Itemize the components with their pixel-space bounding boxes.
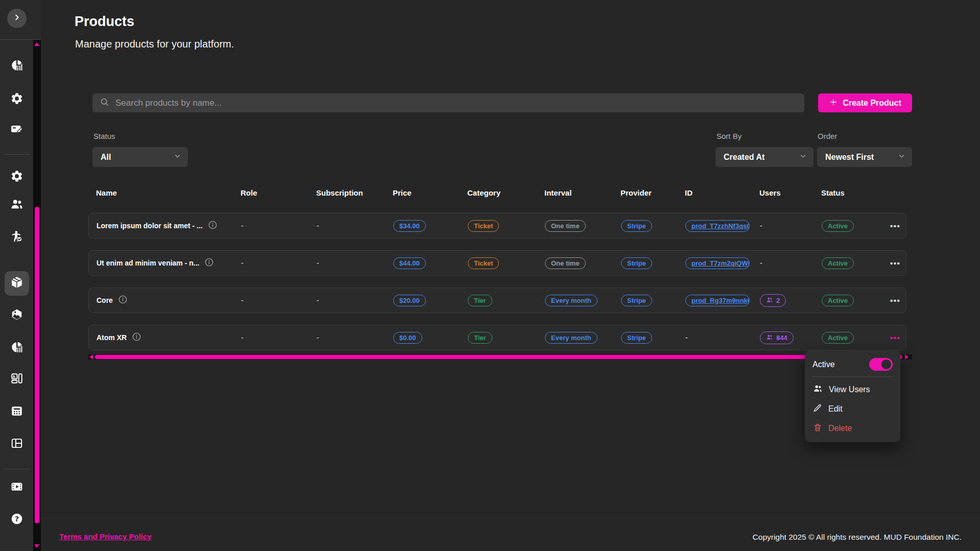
row-actions-button[interactable]: ••• xyxy=(890,296,900,305)
users-count-badge[interactable]: 2 xyxy=(760,294,786,307)
chevron-down-icon xyxy=(799,152,807,162)
row-actions-button-open[interactable]: ••• xyxy=(890,333,900,342)
page-subtitle: Manage products for your platform. xyxy=(75,38,234,50)
search-input[interactable] xyxy=(109,98,804,108)
product-name: Lorem ipsum dolor sit amet - ... xyxy=(97,222,203,230)
product-name: Ut enim ad minim veniam - n... xyxy=(97,259,199,267)
create-product-button[interactable]: Create Product xyxy=(818,93,912,112)
vertical-scrollbar[interactable] xyxy=(33,40,41,551)
subscription-value: - xyxy=(317,296,393,304)
menu-item-edit[interactable]: Edit xyxy=(805,399,900,419)
menu-item-label: Delete xyxy=(828,424,852,433)
sidebar-item-tables[interactable] xyxy=(7,402,27,422)
sort-by-value: Created At xyxy=(724,153,764,162)
sidebar-item-settings[interactable] xyxy=(7,89,27,110)
status-badge: Active xyxy=(822,295,854,306)
provider-badge: Stripe xyxy=(621,257,652,269)
sort-by-label: Sort By xyxy=(716,132,742,140)
category-badge: Ticket xyxy=(468,257,499,269)
scroll-up-arrow-icon[interactable] xyxy=(34,42,39,46)
sidebar-item-users[interactable] xyxy=(7,195,27,215)
status-filter-label: Status xyxy=(93,132,115,140)
status-filter-select[interactable]: All xyxy=(92,147,188,167)
menu-item-label: View Users xyxy=(829,385,870,394)
order-select[interactable]: Newest First xyxy=(817,147,912,167)
toggle-knob xyxy=(881,360,891,369)
pie-chart-bars-icon xyxy=(10,341,23,356)
subscription-value: - xyxy=(317,259,393,267)
cards-layout-icon xyxy=(10,372,23,387)
sidebar-item-analytics[interactable] xyxy=(7,56,27,77)
table-header-row: Name Role Subscription Price Category In… xyxy=(88,185,906,200)
interval-badge: Every month xyxy=(545,295,597,306)
users-count-badge[interactable]: 844 xyxy=(760,331,794,344)
terms-privacy-link[interactable]: Terms and Privacy Policy xyxy=(59,532,152,541)
interval-badge: One time xyxy=(545,220,586,232)
sort-by-select[interactable]: Created At xyxy=(715,147,814,167)
column-header-status: Status xyxy=(821,188,890,197)
horizontal-scrollbar[interactable] xyxy=(88,354,912,360)
order-label: Order xyxy=(818,132,837,140)
active-toggle-switch[interactable] xyxy=(869,358,893,371)
product-id-badge[interactable]: prod_T7zzhNf3qsQd xyxy=(685,220,750,232)
product-id-badge[interactable]: prod_Rg37m9nnk6s xyxy=(685,295,750,306)
pie-chart-bars-icon xyxy=(10,59,23,74)
info-icon[interactable] xyxy=(208,220,218,232)
column-header-price: Price xyxy=(393,188,467,197)
copyright-text: Copyright 2025 © All rights reserved. MU… xyxy=(753,533,962,542)
help-circle-icon: ? xyxy=(10,512,23,528)
users-icon xyxy=(766,296,773,305)
role-value: - xyxy=(241,259,317,267)
info-icon[interactable] xyxy=(118,295,128,306)
sidebar-item-reports[interactable] xyxy=(7,338,27,358)
table-grid-icon xyxy=(10,404,23,420)
product-id-badge[interactable]: prod_T7zm2qiQWid xyxy=(685,257,750,269)
row-actions-button[interactable]: ••• xyxy=(890,222,900,230)
sidebar-item-help[interactable]: ? xyxy=(7,510,27,530)
plus-icon xyxy=(829,98,838,109)
users-value: - xyxy=(760,259,822,267)
price-badge: $20.00 xyxy=(393,295,426,306)
info-icon[interactable] xyxy=(132,332,141,344)
sidebar-item-layout[interactable] xyxy=(7,434,27,454)
role-value: - xyxy=(241,333,317,342)
sidebar-item-members[interactable] xyxy=(7,227,27,248)
vertical-scrollbar-thumb[interactable] xyxy=(35,207,39,523)
horizontal-scrollbar-thumb[interactable] xyxy=(95,355,894,359)
page-title: Products xyxy=(75,14,134,30)
member-check-icon xyxy=(10,230,23,245)
scroll-left-arrow-icon[interactable] xyxy=(89,354,93,360)
row-actions-button[interactable]: ••• xyxy=(890,259,900,268)
menu-item-view-users[interactable]: View Users xyxy=(805,379,900,399)
price-badge: $34.00 xyxy=(393,220,426,232)
column-header-id: ID xyxy=(685,188,759,197)
provider-badge: Stripe xyxy=(621,332,652,344)
chevron-right-icon xyxy=(12,13,21,24)
row-actions-menu: Active View Users Edit Delete xyxy=(805,350,900,442)
interval-badge: Every month xyxy=(545,332,597,344)
scroll-down-arrow-icon[interactable] xyxy=(34,544,39,548)
sidebar-item-media[interactable] xyxy=(7,477,27,498)
footer-divider xyxy=(41,517,980,518)
sidebar-item-assets[interactable] xyxy=(7,305,27,326)
info-icon[interactable] xyxy=(204,257,214,269)
category-badge: Tier xyxy=(468,295,492,306)
sidebar-item-products[interactable] xyxy=(5,271,29,296)
sidebar-item-billing[interactable] xyxy=(7,120,27,140)
gear-icon xyxy=(10,170,23,185)
sidebar-collapse-button[interactable] xyxy=(7,9,27,28)
menu-item-label: Edit xyxy=(828,404,843,414)
sidebar-nav: ? xyxy=(0,40,33,551)
sidebar-item-platform-settings[interactable] xyxy=(7,167,27,187)
table-row: Core - - $20.00 Tier Every month Stripe … xyxy=(88,288,906,313)
menu-item-delete[interactable]: Delete xyxy=(805,419,900,438)
sidebar-item-pages[interactable] xyxy=(7,369,27,390)
package-box-icon xyxy=(10,276,23,291)
scroll-right-arrow-icon[interactable] xyxy=(905,354,909,360)
gear-icon xyxy=(10,92,23,107)
subscription-value: - xyxy=(317,222,393,230)
category-badge: Tier xyxy=(468,332,492,344)
pencil-icon xyxy=(813,403,822,415)
products-page: ? Products Manage products for your plat… xyxy=(0,0,980,551)
film-play-icon xyxy=(10,480,23,495)
